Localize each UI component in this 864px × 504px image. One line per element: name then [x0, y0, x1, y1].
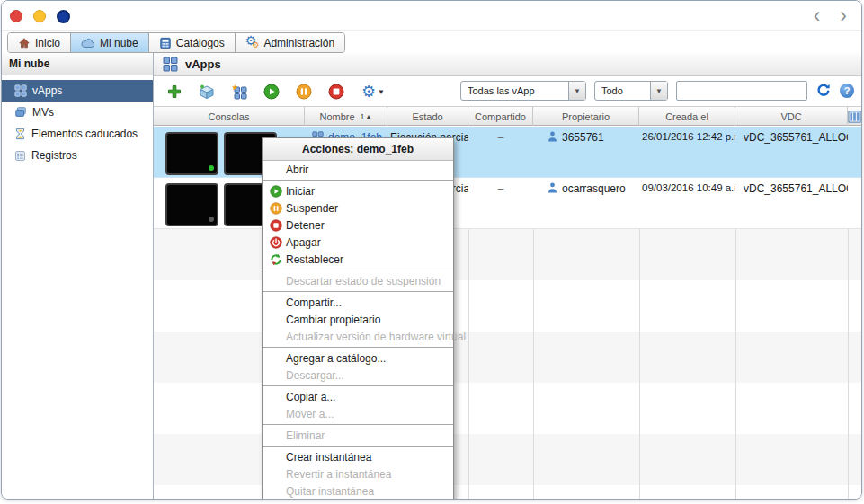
context-menu-title: Acciones: demo_1feb	[263, 138, 453, 161]
menu-item-quitar-instantanea: Quitar instantánea	[263, 482, 453, 500]
main-nav: Inicio Mi nube Catálogos ⚙⚙ Administraci…	[2, 31, 861, 54]
vdc-link[interactable]: vDC_3655761_ALLOC0	[744, 131, 848, 144]
column-header-creada-el[interactable]: Creada el	[639, 107, 735, 126]
search-input[interactable]	[676, 81, 807, 101]
menu-item-descargar: Descargar...	[263, 367, 453, 384]
tab-mi-nube[interactable]: Mi nube	[71, 33, 149, 52]
refresh-button[interactable]	[815, 81, 832, 101]
stop-button[interactable]	[326, 82, 346, 102]
vdc-link[interactable]: vDC_3655761_ALLOC0	[744, 182, 848, 195]
zoom-window-icon[interactable]	[57, 10, 70, 23]
new-vapp-button[interactable]	[229, 82, 249, 102]
menu-separator	[263, 291, 453, 292]
column-header-estado[interactable]: Estado	[387, 107, 468, 126]
column-selector-button[interactable]	[848, 107, 861, 126]
stop-icon	[328, 84, 344, 100]
minimize-window-icon[interactable]	[33, 10, 46, 22]
main-panel: vApps	[154, 53, 861, 499]
table-row[interactable]: Ejecución parcial – ocarrasquero 09/03/2…	[154, 178, 861, 229]
help-button[interactable]: ?	[840, 84, 854, 98]
chevron-down-icon: ▼	[650, 82, 667, 100]
column-header-nombre[interactable]: Nombre 1▲	[305, 107, 387, 126]
vapps-icon	[14, 84, 27, 97]
menu-item-eliminar: Eliminar	[263, 427, 453, 444]
cloud-icon	[81, 38, 95, 49]
menu-item-crear-instantanea[interactable]: Crear instantánea	[263, 448, 453, 465]
add-vapp-button[interactable]	[165, 82, 184, 102]
sidebar-item-vapps[interactable]: vApps	[2, 80, 153, 102]
table-row[interactable]: demo_1feb Ejecución parcial – 3655761 26	[154, 127, 861, 178]
sidebar-item-label: Registros	[31, 149, 77, 162]
column-header-vdc[interactable]: VDC	[735, 107, 848, 126]
tab-label: Catálogos	[176, 37, 225, 49]
chevron-down-icon: ▼	[568, 82, 585, 100]
tab-label: Inicio	[35, 37, 60, 49]
menu-separator	[263, 347, 453, 348]
vapp-filter-value: Todas las vApp	[461, 82, 568, 100]
menu-item-iniciar[interactable]: Iniciar	[263, 182, 453, 199]
menu-item-copiar[interactable]: Copiar a...	[263, 388, 453, 405]
menu-separator	[263, 385, 453, 386]
menu-item-apagar[interactable]: Apagar	[263, 234, 453, 251]
sidebar-item-elementos-caducados[interactable]: Elementos caducados	[2, 123, 153, 145]
sort-indicator: 1▲	[361, 112, 372, 121]
stop-icon	[270, 219, 282, 232]
menu-item-restablecer[interactable]: Restablecer	[263, 251, 453, 268]
sidebar-item-label: vApps	[32, 84, 62, 97]
menu-item-compartir[interactable]: Compartir...	[263, 294, 453, 311]
close-window-icon[interactable]	[10, 10, 22, 22]
suspend-button[interactable]	[294, 82, 314, 102]
refresh-icon	[816, 84, 831, 98]
context-menu: Acciones: demo_1feb Abrir Iniciar Suspen…	[262, 137, 454, 500]
vapp-filter-select[interactable]: Todas las vApp ▼	[460, 81, 586, 101]
user-icon	[548, 131, 557, 142]
back-icon[interactable]: ‹	[814, 2, 821, 29]
add-icon	[167, 84, 182, 99]
menu-item-cambiar-propietario[interactable]: Cambiar propietario	[263, 311, 453, 328]
column-header-consolas[interactable]: Consolas	[154, 107, 305, 126]
shared-cell: –	[468, 178, 533, 228]
help-icon: ?	[844, 85, 851, 96]
created-cell: 26/01/2016 12:42 p.m	[639, 127, 735, 177]
console-thumbnail[interactable]	[165, 183, 218, 226]
menu-item-abrir[interactable]: Abrir	[263, 161, 453, 178]
column-header-propietario[interactable]: Propietario	[533, 107, 639, 126]
build-vapp-button[interactable]	[197, 82, 217, 102]
sidebar-item-registros[interactable]: Registros	[2, 145, 153, 166]
panel-header: vApps	[154, 53, 861, 76]
tab-administracion[interactable]: ⚙⚙ Administración	[236, 33, 344, 52]
menu-item-suspender[interactable]: Suspender	[263, 199, 453, 217]
chevron-down-icon: ▼	[378, 88, 385, 96]
status-dot	[209, 217, 214, 222]
menu-item-revertir-instantanea: Revertir a instantánea	[263, 465, 453, 482]
start-button[interactable]	[262, 82, 281, 102]
empty-row	[154, 383, 861, 434]
sidebar-title: Mi nube	[2, 53, 153, 75]
menu-item-detener[interactable]: Detener	[263, 217, 453, 234]
console-thumbnail[interactable]	[165, 132, 218, 175]
vapps-icon	[163, 57, 178, 72]
new-vapp-icon	[232, 84, 247, 100]
menu-separator	[263, 270, 453, 270]
tab-catalogos[interactable]: Catálogos	[149, 33, 236, 52]
sidebar: Mi nube vApps MVs Elementos caducados Re…	[2, 53, 154, 499]
sidebar-item-label: MVs	[32, 106, 54, 119]
gears-icon: ⚙⚙	[245, 34, 260, 51]
logs-icon	[14, 150, 26, 162]
pause-icon	[296, 84, 312, 100]
forward-icon[interactable]: ›	[840, 2, 847, 29]
column-header-compartido[interactable]: Compartido	[468, 107, 533, 126]
tab-label: Mi nube	[100, 37, 138, 49]
sidebar-item-mvs[interactable]: MVs	[2, 102, 153, 123]
tab-inicio[interactable]: Inicio	[8, 33, 71, 52]
panel-title: vApps	[185, 57, 221, 71]
menu-separator	[263, 180, 453, 181]
scope-filter-select[interactable]: Todo ▼	[594, 81, 668, 101]
menu-item-agregar-catalogo[interactable]: Agregar a catálogo...	[263, 349, 453, 367]
tab-label: Administración	[263, 37, 334, 49]
owner-cell: 3655761	[533, 127, 639, 177]
catalog-icon	[159, 37, 172, 49]
shared-cell: –	[468, 127, 533, 177]
actions-menu-button[interactable]: ⚙ ▼	[359, 82, 387, 102]
vdc-cell: vDC_3655761_ALLOC0	[735, 178, 848, 228]
